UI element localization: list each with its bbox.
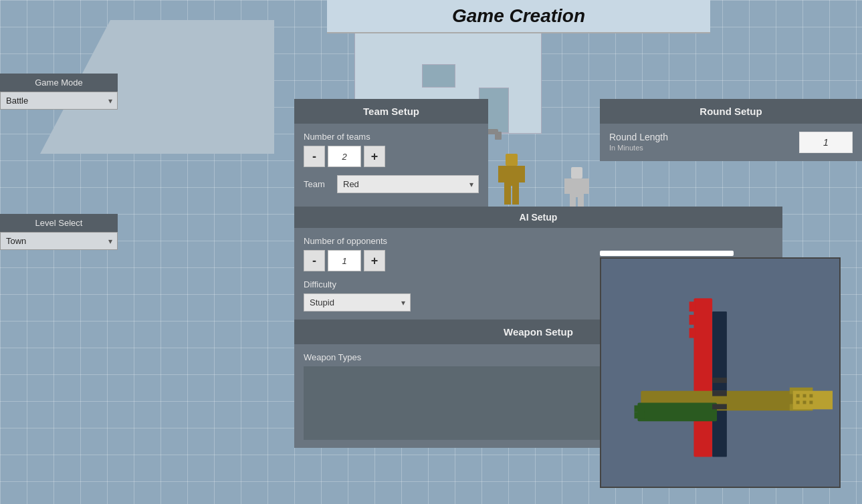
difficulty-select-wrapper[interactable]: Stupid Easy Medium Hard <box>304 293 411 311</box>
round-length-info: Round Length In Minutes <box>609 132 668 152</box>
page-title: Game Creation <box>327 5 710 27</box>
difficulty-select[interactable]: Stupid Easy Medium Hard <box>304 293 411 311</box>
left-panel-level-select: Level Select Town Desert Forest City <box>0 214 118 250</box>
svg-rect-41 <box>635 412 645 418</box>
svg-rect-44 <box>712 404 727 409</box>
round-length-sublabel: In Minutes <box>609 144 668 152</box>
svg-rect-35 <box>712 311 727 457</box>
game-mode-select-wrapper[interactable]: Battle Deathmatch Capture the Flag <box>0 92 118 110</box>
level-select[interactable]: Town Desert Forest City <box>0 232 118 250</box>
svg-rect-51 <box>809 401 813 404</box>
game-mode-label: Game Mode <box>0 74 118 92</box>
team-select-wrapper[interactable]: Red Blue Green Yellow <box>337 175 479 193</box>
svg-rect-42 <box>712 378 727 383</box>
round-length-input[interactable] <box>799 132 853 153</box>
svg-rect-31 <box>693 298 712 457</box>
svg-rect-47 <box>803 394 806 398</box>
svg-rect-32 <box>689 301 696 311</box>
num-opponents-minus-button[interactable]: - <box>304 250 325 271</box>
preview-slider[interactable] <box>600 251 734 256</box>
round-length-label: Round Length <box>609 132 668 142</box>
svg-rect-48 <box>809 394 813 398</box>
round-setup-panel: Round Setup Round Length In Minutes <box>600 99 862 161</box>
num-teams-row: - + <box>304 146 479 167</box>
building-window <box>422 64 455 88</box>
weapon-preview-box <box>600 257 841 488</box>
team-setup-header: Team Setup <box>294 99 488 124</box>
svg-rect-46 <box>796 394 800 398</box>
team-label: Team <box>304 179 330 189</box>
team-row: Team Red Blue Green Yellow <box>304 175 479 193</box>
team-select[interactable]: Red Blue Green Yellow <box>337 175 479 193</box>
svg-rect-40 <box>635 405 645 412</box>
svg-rect-39 <box>637 402 717 421</box>
svg-rect-49 <box>796 401 800 404</box>
ai-setup-header: AI Setup <box>294 207 782 228</box>
title-bar: Game Creation <box>327 0 710 33</box>
num-teams-plus-button[interactable]: + <box>364 146 385 167</box>
team-setup-content: Number of teams - + Team Red Blue Green … <box>294 124 488 207</box>
svg-rect-43 <box>712 391 727 396</box>
round-length-row: Round Length In Minutes <box>609 132 853 153</box>
svg-rect-34 <box>689 328 696 338</box>
game-mode-select[interactable]: Battle Deathmatch Capture the Flag <box>0 92 118 110</box>
num-teams-minus-button[interactable]: - <box>304 146 325 167</box>
num-opponents-label: Number of opponents <box>304 236 773 246</box>
num-teams-label: Number of teams <box>304 132 479 142</box>
round-setup-content: Round Length In Minutes <box>600 124 862 161</box>
svg-rect-45 <box>793 391 833 410</box>
level-select-label: Level Select <box>0 214 118 232</box>
num-opponents-input[interactable] <box>328 250 361 271</box>
svg-rect-33 <box>689 315 696 325</box>
round-setup-header: Round Setup <box>600 99 862 124</box>
svg-rect-50 <box>803 401 806 404</box>
left-panel-game-mode: Game Mode Battle Deathmatch Capture the … <box>0 74 118 110</box>
weapon-preview-svg <box>601 259 839 487</box>
level-select-wrapper[interactable]: Town Desert Forest City <box>0 232 118 250</box>
num-teams-input[interactable] <box>328 146 361 167</box>
num-opponents-plus-button[interactable]: + <box>364 250 385 271</box>
